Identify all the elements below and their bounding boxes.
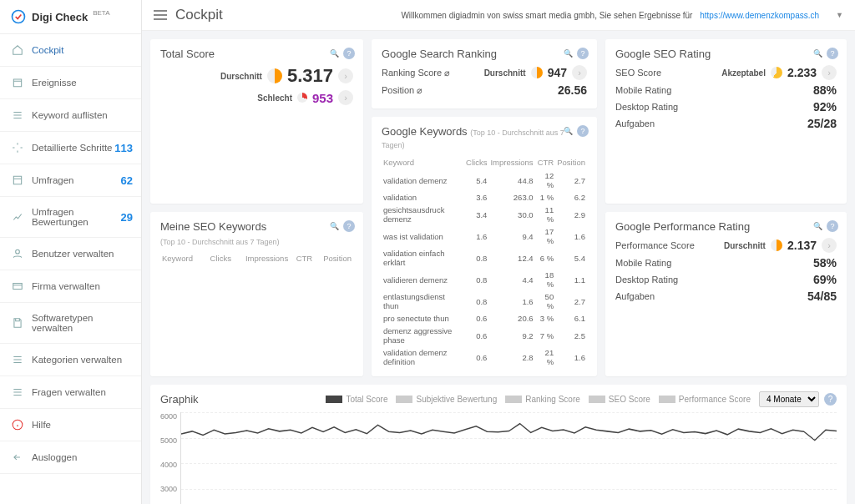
seo-acceptable: Akzeptabel: [721, 68, 766, 78]
sidebar-item-label: Hilfe: [32, 420, 51, 430]
gauge-icon: [297, 93, 307, 103]
magnify-icon[interactable]: 🔍: [562, 125, 574, 137]
sidebar-badge: 29: [121, 211, 133, 224]
card-icon: [12, 280, 23, 292]
legend-label: Total Score: [346, 395, 387, 404]
total-score-title: Total Score: [160, 48, 353, 60]
sidebar-item-umfragen-bew[interactable]: Umfragen Bewertungen29: [0, 197, 141, 238]
help-icon[interactable]: ?: [824, 393, 837, 406]
perf-mobile-value: 58%: [813, 256, 837, 270]
col-position: Position: [314, 251, 353, 288]
google-keywords-table: Keyword Clicks Impressions CTR Position …: [382, 155, 587, 368]
legend-item[interactable]: Ranking Score: [505, 395, 580, 404]
sidebar-item-label: Kategorien verwalten: [32, 355, 122, 365]
table-row: validieren demenz0.84.418 %1.1: [382, 269, 587, 290]
col-position: Position: [555, 155, 587, 169]
sidebar-item-keyword[interactable]: Keyword auflisten: [0, 99, 141, 132]
sidebar-item-hilfe[interactable]: Hilfe: [0, 409, 141, 441]
sidebar-item-firma[interactable]: Firma verwalten: [0, 270, 141, 303]
sidebar-item-benutzer[interactable]: Benutzer verwalten: [0, 238, 141, 270]
help-icon[interactable]: ?: [577, 48, 589, 59]
mk-title-text: Meine SEO Keywords: [160, 220, 266, 233]
gauge-icon: [771, 67, 782, 78]
help-icon[interactable]: ?: [343, 220, 355, 232]
sidebar-item-label: Fragen verwalten: [32, 387, 106, 397]
legend-item[interactable]: Subjektive Bewertung: [396, 395, 497, 404]
my-keywords-table: Keyword Clicks Impressions CTR Position: [160, 251, 353, 288]
help-icon[interactable]: ?: [577, 125, 589, 137]
arrow-button[interactable]: ›: [822, 65, 837, 80]
legend-swatch: [505, 396, 522, 403]
sidebar-item-kategorien[interactable]: Kategorien verwalten: [0, 344, 141, 376]
calendar-icon: [12, 77, 23, 88]
legend-label: SEO Score: [609, 395, 650, 404]
floppy-icon: [12, 317, 23, 329]
position-label: Position ⌀: [382, 85, 422, 96]
welcome-url-link[interactable]: https://www.demenzkompass.ch: [700, 11, 819, 20]
mk-subtitle: (Top 10 - Durchschnitt aus 7 Tagen): [160, 238, 353, 246]
card-performance-rating: 🔍? Google Performance Rating Performance…: [605, 212, 847, 376]
card-my-keywords: 🔍? Meine SEO Keywords (Top 10 - Durchsch…: [150, 212, 363, 376]
seo-desktop-value: 92%: [813, 100, 837, 113]
card-search-ranking: 🔍? Google Search Ranking Ranking Score ⌀…: [372, 39, 597, 108]
account-dropdown-icon[interactable]: ▼: [836, 11, 843, 19]
arrow-button[interactable]: ›: [338, 90, 353, 105]
bad-label: Schlecht: [257, 93, 292, 103]
magnify-icon[interactable]: 🔍: [328, 48, 340, 59]
svg-point-0: [13, 11, 25, 23]
help-icon[interactable]: ?: [827, 220, 838, 232]
card-seo-rating: 🔍? Google SEO Rating SEO Score Akzeptabe…: [605, 39, 847, 204]
bad-value: 953: [312, 91, 333, 105]
brand-name: Digi Check: [32, 11, 88, 23]
table-row: gesichtsausdruck demenz3.430.011 %2.9: [382, 204, 587, 225]
sidebar-item-ausloggen[interactable]: Ausloggen: [0, 441, 141, 474]
sidebar-item-umfragen[interactable]: Umfragen62: [0, 164, 141, 197]
sidebar-item-ereignisse[interactable]: Ereignisse: [0, 67, 141, 99]
magnify-icon[interactable]: 🔍: [328, 220, 340, 232]
seo-desktop-label: Desktop Rating: [615, 102, 678, 112]
rows-icon: [12, 386, 23, 398]
sidebar-badge: 62: [121, 174, 133, 187]
chart-plot: Apr 4Apr 6Apr 8Apr 10Apr 12Apr 14Apr 16A…: [180, 412, 837, 504]
total-score-value: 5.317: [287, 65, 333, 87]
card-google-keywords: 🔍? Google Keywords (Top 10 - Durchschnit…: [372, 117, 597, 376]
page-title: Cockpit: [175, 7, 223, 23]
sidebar-item-software[interactable]: Softwaretypen verwalten: [0, 303, 141, 344]
welcome-prefix: Willkommen digiadmin von swiss smart med…: [401, 11, 692, 20]
legend-item[interactable]: Performance Score: [659, 395, 751, 404]
period-select[interactable]: 4 Monate: [759, 391, 819, 407]
arrow-button[interactable]: ›: [572, 65, 587, 80]
position-value: 26.56: [558, 83, 587, 97]
sr-avg-label: Durschnitt: [484, 68, 526, 78]
arrow-button[interactable]: ›: [822, 238, 837, 253]
menu-toggle-icon[interactable]: [154, 10, 167, 20]
legend-item[interactable]: Total Score: [326, 395, 387, 404]
form-icon: [12, 174, 23, 186]
sidebar-item-label: Ausloggen: [32, 452, 77, 462]
table-row: validation einfach erklärt0.812.46 %5.4: [382, 247, 587, 269]
target-icon: [12, 142, 23, 154]
arrow-button[interactable]: ›: [338, 68, 353, 83]
perf-score-label: Performance Score: [615, 240, 695, 250]
col-keyword: Keyword: [382, 155, 464, 169]
table-row: validation demenz definition0.62.821 %1.…: [382, 346, 587, 368]
avg-label: Durschnitt: [220, 72, 262, 81]
info-icon: [12, 419, 23, 431]
sidebar-item-fragen[interactable]: Fragen verwalten: [0, 376, 141, 409]
help-icon[interactable]: ?: [343, 48, 355, 59]
perf-avg-label: Durschnitt: [724, 241, 766, 250]
magnify-icon[interactable]: 🔍: [812, 220, 823, 232]
sidebar-item-cockpit[interactable]: Cockpit: [0, 34, 141, 67]
legend-item[interactable]: SEO Score: [589, 395, 650, 404]
help-icon[interactable]: ?: [827, 48, 838, 59]
ranking-score-label: Ranking Score ⌀: [382, 68, 450, 78]
sidebar-item-schritte[interactable]: Detaillierte Schritte113: [0, 132, 141, 164]
perf-desktop-value: 69%: [813, 273, 837, 286]
seo-mobile-label: Mobile Rating: [615, 85, 671, 95]
magnify-icon[interactable]: 🔍: [562, 48, 574, 59]
user-icon: [12, 248, 23, 260]
perf-tasks-value: 54/85: [807, 290, 837, 303]
magnify-icon[interactable]: 🔍: [812, 48, 823, 59]
col-ctr: CTR: [535, 155, 556, 169]
sidebar-item-label: Softwaretypen verwalten: [32, 313, 129, 333]
